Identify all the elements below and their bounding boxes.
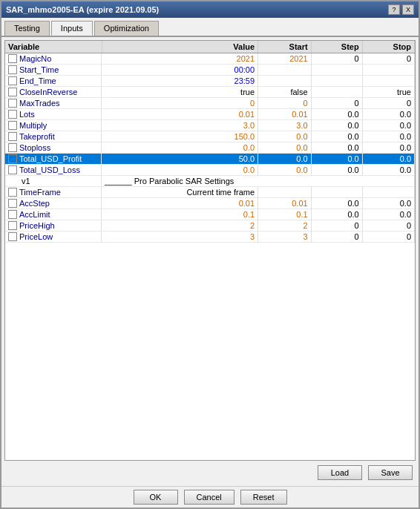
row-checkbox[interactable] <box>8 132 17 141</box>
var-name: PriceHigh <box>19 221 55 230</box>
start-cell: 2 <box>258 220 312 231</box>
row-checkbox[interactable] <box>8 232 17 241</box>
value-cell: 3 <box>102 231 258 243</box>
start-cell: 0.0 <box>258 131 312 142</box>
start-cell: 0.0 <box>258 165 312 176</box>
tab-inputs[interactable]: Inputs <box>51 21 93 36</box>
col-header-value: Value <box>102 41 258 53</box>
table-row[interactable]: Total_USD_Loss0.00.00.00.0 <box>5 165 415 176</box>
var-name: Stoploss <box>19 143 50 152</box>
row-checkbox[interactable] <box>8 65 17 74</box>
stop-cell: 0.0 <box>362 120 414 131</box>
stop-cell: 0.0 <box>362 209 414 220</box>
reset-button[interactable]: Reset <box>240 490 287 505</box>
row-checkbox[interactable] <box>8 143 17 152</box>
var-name: Total_USD_Loss <box>19 165 80 174</box>
row-checkbox[interactable] <box>8 188 17 197</box>
var-cell: Start_Time <box>5 65 102 75</box>
col-header-stop: Stop <box>362 41 414 53</box>
row-checkbox[interactable] <box>8 76 17 85</box>
title-bar: SAR_mhmo2005-EA (expire 2021.09.05) ? X <box>1 1 419 18</box>
value-cell: 2 <box>102 220 258 231</box>
load-button[interactable]: Load <box>318 465 362 480</box>
var-name: MaxTrades <box>19 99 60 108</box>
table-row[interactable]: MaxTrades0000 <box>5 98 415 109</box>
var-cell: PriceLow <box>5 231 102 242</box>
stop-cell <box>362 65 414 76</box>
row-checkbox[interactable] <box>8 221 17 230</box>
start-cell: 0.01 <box>258 109 312 120</box>
stop-cell: 0 <box>362 231 414 243</box>
save-button[interactable]: Save <box>368 465 413 480</box>
inputs-table: Variable Value Start Step Stop MagicNo20… <box>5 41 415 243</box>
value-cell: 0 <box>102 98 258 109</box>
tab-testing[interactable]: Testing <box>4 21 50 36</box>
table-row[interactable]: CloseInReversetruefalsetrue <box>5 87 415 98</box>
stop-cell: 0.0 <box>362 165 414 176</box>
table-row[interactable]: Takeprofit150.00.00.00.0 <box>5 131 415 142</box>
footer-buttons: OK Cancel Reset <box>1 486 419 508</box>
table-row[interactable]: PriceHigh2200 <box>5 220 415 231</box>
tab-bar: Testing Inputs Optimization <box>1 18 419 37</box>
tab-optimization[interactable]: Optimization <box>94 21 159 36</box>
var-cell: Takeprofit <box>5 131 102 142</box>
row-checkbox[interactable] <box>8 154 17 163</box>
var-name: AccLimit <box>19 210 50 219</box>
start-cell: 2021 <box>258 53 312 65</box>
step-cell <box>311 87 362 98</box>
row-checkbox[interactable] <box>8 99 17 108</box>
value-cell: 0.0 <box>102 142 258 154</box>
stop-cell: 0 <box>362 220 414 231</box>
start-cell: 3 <box>258 231 312 243</box>
table-row[interactable]: Multiply3.03.00.00.0 <box>5 120 415 131</box>
stop-cell <box>362 76 414 87</box>
cancel-button[interactable]: Cancel <box>184 490 234 505</box>
table-row[interactable]: Lots0.010.010.00.0 <box>5 109 415 120</box>
row-checkbox[interactable] <box>8 88 17 96</box>
table-row[interactable]: AccLimit0.10.10.00.0 <box>5 209 415 220</box>
row-checkbox[interactable] <box>8 199 17 208</box>
stop-cell <box>362 187 414 198</box>
table-row[interactable]: MagicNo2021202100 <box>5 53 415 65</box>
start-cell: 0.1 <box>258 209 312 220</box>
table-row[interactable]: Stoploss0.00.00.00.0 <box>5 142 415 154</box>
row-checkbox[interactable] <box>8 121 17 130</box>
stop-cell: 0 <box>362 98 414 109</box>
stop-cell: 0.0 <box>362 154 414 165</box>
table-row[interactable]: v1______ Pro Parabolic SAR Settings <box>5 176 415 187</box>
start-cell: 0.0 <box>258 154 312 165</box>
value-cell: 0.1 <box>102 209 258 220</box>
step-cell: 0.0 <box>311 142 362 154</box>
table-row[interactable]: TimeFrameCurrent time frame <box>5 187 415 198</box>
step-cell <box>311 65 362 76</box>
var-cell: TimeFrame <box>5 187 102 197</box>
var-name: Takeprofit <box>19 132 55 141</box>
close-button[interactable]: X <box>402 4 414 15</box>
var-cell: Stoploss <box>5 142 102 153</box>
value-cell: 00:00 <box>102 65 258 76</box>
value-cell: 3.0 <box>102 120 258 131</box>
stop-cell: 0.0 <box>362 198 414 209</box>
table-row[interactable]: AccStep0.010.010.00.0 <box>5 198 415 209</box>
table-row[interactable]: PriceLow3300 <box>5 231 415 243</box>
table-row[interactable]: End_Time23:59 <box>5 76 415 87</box>
stop-cell: 0.0 <box>362 131 414 142</box>
row-checkbox[interactable] <box>8 165 17 174</box>
stop-cell: 0.0 <box>362 142 414 154</box>
var-name: PriceLow <box>19 232 53 241</box>
value-cell: 150.0 <box>102 131 258 142</box>
main-content: Variable Value Start Step Stop MagicNo20… <box>1 37 419 486</box>
value-cell: 0.01 <box>102 198 258 209</box>
ok-button[interactable]: OK <box>134 490 178 505</box>
var-cell: CloseInReverse <box>5 87 102 97</box>
row-checkbox[interactable] <box>8 110 17 119</box>
var-cell: v1 <box>5 176 102 186</box>
row-checkbox[interactable] <box>8 54 17 63</box>
stop-cell: 0.0 <box>362 109 414 120</box>
help-button[interactable]: ? <box>388 4 400 15</box>
var-cell: Total_USD_Loss <box>5 165 102 175</box>
table-row[interactable]: Total_USD_Profit50.00.00.00.0 <box>5 154 415 165</box>
row-checkbox[interactable] <box>8 210 17 219</box>
main-window: SAR_mhmo2005-EA (expire 2021.09.05) ? X … <box>0 0 420 509</box>
table-row[interactable]: Start_Time00:00 <box>5 65 415 76</box>
